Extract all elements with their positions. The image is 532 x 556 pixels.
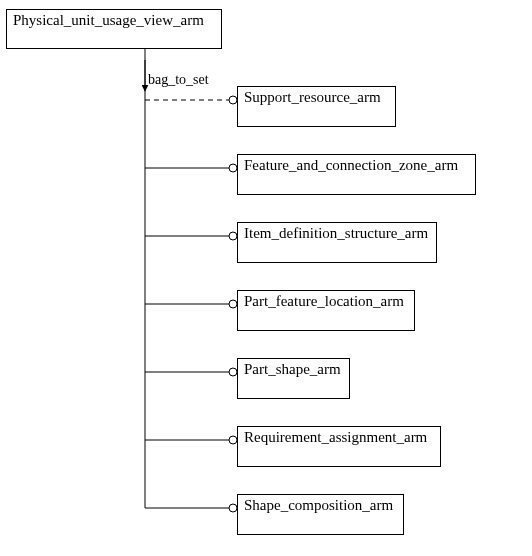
child-box-feature-and-connection-zone-arm: Feature_and_connection_zone_arm — [237, 154, 476, 195]
diagram-canvas: Physical_unit_usage_view_arm bag_to_set — [0, 0, 532, 556]
svg-point-15 — [229, 504, 237, 512]
child-label: Part_feature_location_arm — [238, 291, 414, 312]
child-label: Shape_composition_arm — [238, 495, 403, 516]
child-label: Support_resource_arm — [238, 87, 395, 108]
child-label: Feature_and_connection_zone_arm — [238, 155, 475, 176]
child-box-support-resource-arm: Support_resource_arm — [237, 86, 396, 127]
child-label: Part_shape_arm — [238, 359, 349, 380]
svg-point-13 — [229, 436, 237, 444]
connectors — [0, 0, 532, 556]
child-box-part-feature-location-arm: Part_feature_location_arm — [237, 290, 415, 331]
svg-point-5 — [229, 164, 237, 172]
svg-point-9 — [229, 300, 237, 308]
child-label: Item_definition_structure_arm — [238, 223, 436, 244]
svg-point-11 — [229, 368, 237, 376]
child-box-requirement-assignment-arm: Requirement_assignment_arm — [237, 426, 441, 467]
svg-point-7 — [229, 232, 237, 240]
svg-point-3 — [229, 96, 237, 104]
child-box-part-shape-arm: Part_shape_arm — [237, 358, 350, 399]
child-label: Requirement_assignment_arm — [238, 427, 440, 448]
child-box-item-definition-structure-arm: Item_definition_structure_arm — [237, 222, 437, 263]
child-box-shape-composition-arm: Shape_composition_arm — [237, 494, 404, 535]
